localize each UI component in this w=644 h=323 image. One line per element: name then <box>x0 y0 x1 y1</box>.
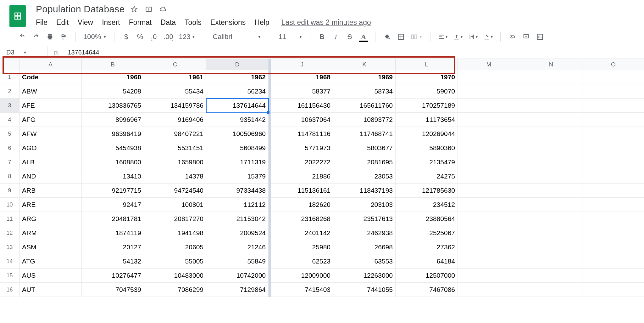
cell[interactable]: 27362 <box>396 240 458 254</box>
cell[interactable]: 63553 <box>333 254 396 269</box>
row-header-7[interactable]: 7 <box>0 155 19 169</box>
cell[interactable] <box>582 212 644 226</box>
row-header-8[interactable]: 8 <box>0 169 19 184</box>
cell[interactable]: 1711319 <box>206 155 269 169</box>
cell[interactable]: 182620 <box>271 198 333 212</box>
cell[interactable]: 114781116 <box>271 127 333 141</box>
cell[interactable] <box>520 141 582 155</box>
header-cell[interactable]: 1968 <box>271 70 333 84</box>
text-rotation-button[interactable]: ▾ <box>483 33 493 40</box>
cell[interactable] <box>458 113 520 127</box>
row-header-1[interactable]: 1 <box>0 70 19 84</box>
cell[interactable]: 115136161 <box>271 184 333 198</box>
menu-file[interactable]: File <box>36 18 47 27</box>
percent-button[interactable]: % <box>136 33 144 41</box>
cell[interactable]: 15379 <box>206 169 269 184</box>
menu-insert[interactable]: Insert <box>102 18 120 27</box>
cell[interactable]: 161156430 <box>271 99 333 113</box>
cell[interactable]: 9169406 <box>144 113 206 127</box>
cell[interactable]: 23517613 <box>333 212 396 226</box>
row-header-2[interactable]: 2 <box>0 84 19 99</box>
font-family-select[interactable]: Calibri ▼ <box>211 33 263 41</box>
cloud-status-icon[interactable] <box>159 5 167 13</box>
cell[interactable]: ARG <box>19 212 82 226</box>
cell[interactable] <box>520 240 582 254</box>
cell[interactable]: 23168268 <box>271 212 333 226</box>
redo-button[interactable] <box>32 33 40 40</box>
cell[interactable]: 11173654 <box>396 113 458 127</box>
header-cell[interactable]: 1970 <box>396 70 458 84</box>
cell[interactable]: 56234 <box>206 84 269 99</box>
cell[interactable]: 58377 <box>271 84 333 99</box>
cell[interactable] <box>458 169 520 184</box>
cell[interactable]: 96396419 <box>82 127 144 141</box>
column-header-K[interactable]: K <box>333 59 396 70</box>
cell[interactable]: ASM <box>19 240 82 254</box>
menu-extensions[interactable]: Extensions <box>210 18 246 27</box>
row-header-12[interactable]: 12 <box>0 226 19 240</box>
column-header-M[interactable]: M <box>458 59 520 70</box>
cell[interactable]: 5454938 <box>82 141 144 155</box>
cell[interactable]: 21886 <box>271 169 333 184</box>
cell[interactable] <box>458 269 520 283</box>
cell[interactable]: 64184 <box>396 254 458 269</box>
cell[interactable]: AUS <box>19 269 82 283</box>
cell[interactable]: 7441055 <box>333 283 396 297</box>
cell[interactable] <box>458 226 520 240</box>
column-header-L[interactable]: L <box>396 59 458 70</box>
cell[interactable]: 7467086 <box>396 283 458 297</box>
cell[interactable]: 23053 <box>333 169 396 184</box>
merge-cells-button[interactable]: ▼ <box>411 33 423 40</box>
cell[interactable]: 100801 <box>144 198 206 212</box>
column-header-C[interactable]: C <box>144 59 206 70</box>
cell[interactable]: 10742000 <box>206 269 269 283</box>
cell[interactable]: 234512 <box>396 198 458 212</box>
borders-button[interactable] <box>397 33 405 40</box>
cell[interactable]: 24275 <box>396 169 458 184</box>
column-header-A[interactable]: A <box>19 59 82 70</box>
cell[interactable]: 1874119 <box>82 226 144 240</box>
cell[interactable]: 121785630 <box>396 184 458 198</box>
cell[interactable]: ABW <box>19 84 82 99</box>
cell[interactable]: ALB <box>19 155 82 169</box>
cell[interactable]: 7129864 <box>206 283 269 297</box>
cell[interactable] <box>458 198 520 212</box>
strikethrough-button[interactable]: S <box>346 33 354 41</box>
cell[interactable] <box>582 184 644 198</box>
cell[interactable]: 10276477 <box>82 269 144 283</box>
cell[interactable]: 20605 <box>144 240 206 254</box>
cell[interactable] <box>582 269 644 283</box>
cell[interactable]: 25980 <box>271 240 333 254</box>
horizontal-align-button[interactable]: ▾ <box>438 33 447 40</box>
cell[interactable]: 14378 <box>144 169 206 184</box>
cell[interactable] <box>520 184 582 198</box>
column-header-D[interactable]: D <box>206 59 269 70</box>
cell[interactable]: 92417 <box>82 198 144 212</box>
decrease-decimal-button[interactable]: .0← <box>150 33 158 41</box>
text-wrap-button[interactable]: ▾ <box>468 33 478 40</box>
cell[interactable]: 10483000 <box>144 269 206 283</box>
cell[interactable]: 21153042 <box>206 212 269 226</box>
bold-button[interactable]: B <box>318 33 326 41</box>
cell[interactable]: 134159786 <box>144 99 206 113</box>
cell[interactable] <box>582 127 644 141</box>
cell[interactable] <box>582 169 644 184</box>
menu-tools[interactable]: Tools <box>185 18 202 27</box>
menu-edit[interactable]: Edit <box>56 18 69 27</box>
fill-color-button[interactable] <box>383 33 391 40</box>
cell[interactable]: 54132 <box>82 254 144 269</box>
italic-button[interactable]: I <box>332 33 340 41</box>
cell[interactable] <box>582 283 644 297</box>
cell[interactable] <box>582 254 644 269</box>
cell[interactable]: 2022272 <box>271 155 333 169</box>
cell[interactable]: 1659800 <box>144 155 206 169</box>
cell[interactable] <box>458 99 520 113</box>
row-header-10[interactable]: 10 <box>0 198 19 212</box>
cell[interactable] <box>520 155 582 169</box>
menu-data[interactable]: Data <box>161 18 176 27</box>
cell[interactable]: 9351442 <box>206 113 269 127</box>
cell[interactable] <box>520 169 582 184</box>
cell[interactable] <box>520 113 582 127</box>
cell[interactable]: 2009524 <box>206 226 269 240</box>
row-header-6[interactable]: 6 <box>0 141 19 155</box>
